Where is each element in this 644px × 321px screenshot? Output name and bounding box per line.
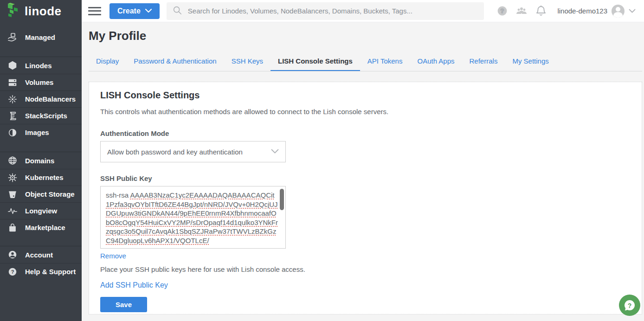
ssh-key-helper-text: Place your SSH public keys here for use …: [100, 265, 631, 273]
account-icon: [7, 249, 18, 260]
create-button-label: Create: [117, 7, 141, 15]
lish-settings-panel: LISH Console Settings This controls what…: [89, 82, 642, 315]
sidebar-item-label: Object Storage: [25, 190, 75, 198]
menu-icon[interactable]: [88, 7, 101, 15]
sidebar-item-kubernetes[interactable]: Kubernetes: [0, 169, 82, 186]
sidebar-item-label: NodeBalancers: [25, 95, 76, 103]
sidebar-item-label: Help & Support: [25, 268, 76, 276]
username: linode-demo123: [557, 7, 607, 15]
panel-heading: LISH Console Settings: [100, 90, 631, 101]
add-ssh-key-link[interactable]: Add SSH Public Key: [100, 281, 168, 289]
linode-icon: [7, 60, 18, 71]
sidebar-item-help-support[interactable]: ? Help & Support: [0, 263, 82, 280]
sidebar: linode Managed Linodes Volumes Node: [0, 0, 82, 321]
volume-icon: [7, 77, 18, 88]
sidebar-item-label: Account: [25, 251, 53, 259]
search-input[interactable]: [188, 7, 479, 15]
image-icon: [7, 127, 18, 138]
avatar: [612, 5, 625, 18]
tab-display[interactable]: Display: [89, 51, 126, 71]
tab-api-tokens[interactable]: API Tokens: [360, 51, 410, 71]
save-button[interactable]: Save: [100, 297, 147, 312]
sidebar-item-label: Marketplace: [25, 224, 65, 231]
sidebar-item-domains[interactable]: Domains: [0, 152, 82, 169]
sidebar-item-longview[interactable]: Longview: [0, 202, 82, 219]
svg-text:?: ?: [11, 269, 14, 275]
sidebar-item-images[interactable]: Images: [0, 124, 82, 141]
svg-text:?: ?: [628, 302, 632, 309]
stackscript-icon: [7, 110, 18, 122]
sidebar-item-label: Images: [25, 128, 49, 136]
auth-mode-value: Allow both password and key authenticati…: [107, 148, 271, 156]
sidebar-item-account[interactable]: Account: [0, 246, 82, 263]
managed-icon: [7, 32, 18, 43]
chevron-down-icon: [145, 9, 152, 13]
textarea-scrollbar[interactable]: [280, 189, 284, 210]
globe-icon: [7, 155, 18, 166]
sidebar-item-object-storage[interactable]: Object Storage: [0, 186, 82, 202]
community-icon[interactable]: [512, 2, 531, 20]
nodebalancer-icon: [7, 94, 18, 105]
search-bar[interactable]: [167, 2, 484, 20]
svg-text:?: ?: [500, 7, 504, 14]
ssh-key-textarea[interactable]: ssh-rsa AAAAB3NzaC1yc2EAAAADAQABAAACAQCi…: [100, 186, 286, 249]
chevron-down-icon: [629, 7, 636, 15]
search-icon: [172, 5, 182, 17]
ssh-key-body: AAAAB3NzaC1yc2EAAAADAQABAAACAQCit1Pzfa3q…: [106, 191, 278, 244]
panel-description: This controls what authentication method…: [100, 108, 631, 116]
linode-logo-icon: [6, 3, 20, 19]
topbar: Create ? linode-demo123: [82, 0, 644, 22]
sidebar-item-volumes[interactable]: Volumes: [0, 74, 82, 90]
pulse-icon: [7, 205, 18, 217]
ssh-key-label: SSH Public Key: [100, 174, 631, 182]
linode-logo[interactable]: linode: [0, 0, 82, 22]
tab-oauth-apps[interactable]: OAuth Apps: [410, 51, 462, 71]
sidebar-item-label: Domains: [25, 157, 54, 165]
create-button[interactable]: Create: [109, 3, 160, 19]
tabs-divider: [89, 71, 642, 71]
auth-mode-select[interactable]: Allow both password and key authenticati…: [100, 141, 286, 162]
sidebar-item-label: Linodes: [25, 62, 52, 70]
linode-logo-text: linode: [25, 4, 62, 19]
profile-tabs: Display Password & Authentication SSH Ke…: [89, 51, 642, 71]
chevron-down-icon: [271, 148, 279, 156]
tab-ssh-keys[interactable]: SSH Keys: [224, 51, 270, 71]
sidebar-item-label: Kubernetes: [25, 173, 64, 181]
sidebar-item-nodebalancers[interactable]: NodeBalancers: [0, 90, 82, 107]
tab-lish-console-settings[interactable]: LISH Console Settings: [270, 51, 360, 71]
ssh-key-prefix: ssh-rsa: [106, 191, 130, 199]
sidebar-item-marketplace[interactable]: Marketplace: [0, 219, 82, 236]
page-title: My Profile: [89, 29, 642, 43]
tab-password-authentication[interactable]: Password & Authentication: [126, 51, 224, 71]
main-content: My Profile Display Password & Authentica…: [82, 22, 644, 321]
help-icon: ?: [7, 266, 18, 277]
sidebar-item-managed[interactable]: Managed: [0, 29, 82, 45]
bucket-icon: [7, 189, 18, 200]
tab-referrals[interactable]: Referrals: [462, 51, 505, 71]
help-circle-icon[interactable]: ?: [492, 2, 512, 20]
help-chat-icon[interactable]: ?: [619, 295, 640, 316]
remove-key-link[interactable]: Remove: [100, 252, 126, 260]
user-menu[interactable]: linode-demo123: [557, 5, 636, 18]
sidebar-item-label: Volumes: [25, 78, 53, 86]
kubernetes-icon: [7, 172, 18, 183]
sidebar-item-label: Managed: [25, 33, 55, 41]
notification-bell-icon[interactable]: [531, 2, 551, 20]
auth-mode-label: Authentication Mode: [100, 129, 631, 137]
sidebar-item-linodes[interactable]: Linodes: [0, 57, 82, 74]
sidebar-item-stackscripts[interactable]: StackScripts: [0, 107, 82, 124]
sidebar-item-label: Longview: [25, 207, 57, 215]
sidebar-item-label: StackScripts: [25, 112, 67, 120]
tab-my-settings[interactable]: My Settings: [505, 51, 556, 71]
bag-icon: [7, 222, 18, 233]
